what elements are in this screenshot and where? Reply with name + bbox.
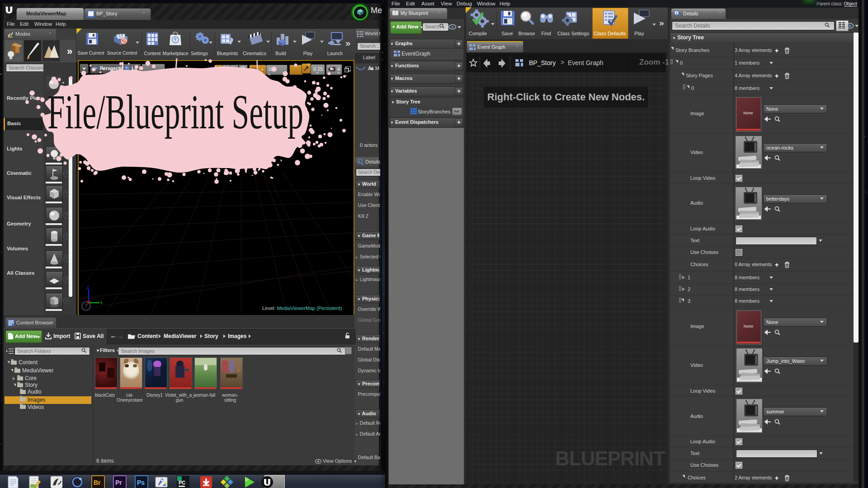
svg-text:File/Blueprint Setup: File/Blueprint Setup — [47, 84, 303, 139]
svg-text:PC: PC — [179, 480, 185, 485]
svg-text:Ps: Ps — [137, 479, 145, 486]
svg-text:Pr: Pr — [115, 479, 122, 486]
svg-text:Br: Br — [94, 479, 101, 486]
